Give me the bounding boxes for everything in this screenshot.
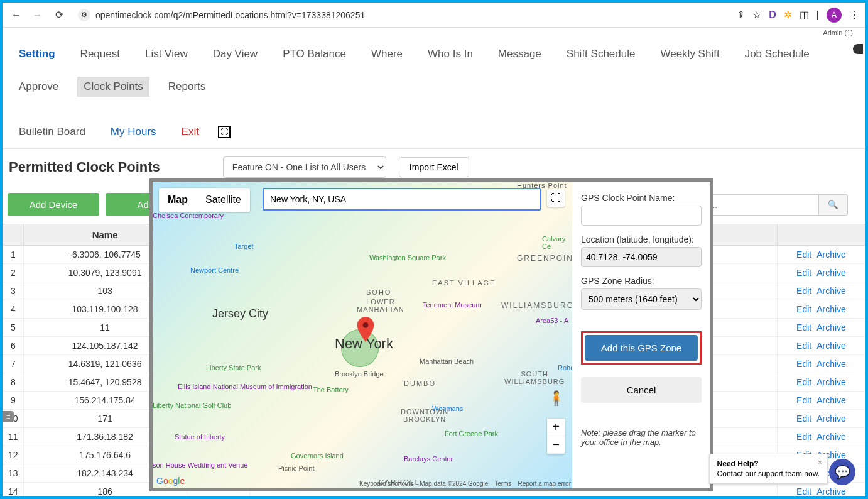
extension-d-icon[interactable]: D [769,9,776,21]
profile-avatar[interactable]: A [827,8,842,23]
archive-link[interactable]: Archive [816,432,846,442]
map-tab-satellite[interactable]: Satellite [197,188,250,212]
edit-link[interactable]: Edit [796,322,811,332]
row-number: 2 [3,264,24,282]
edit-link[interactable]: Edit [796,359,811,369]
map-search-input[interactable] [263,188,541,211]
row-actions: EditArchive [778,264,865,282]
radius-select[interactable]: 500 meters (1640 feet) [581,288,702,310]
share-icon[interactable]: ⇪ [737,9,745,21]
chat-bubble-icon[interactable]: 💬 [829,459,855,485]
extensions-icon[interactable]: ◫ [800,9,809,21]
archive-link[interactable]: Archive [816,414,846,424]
row-actions: EditArchive [778,246,865,264]
edit-link[interactable]: Edit [796,486,811,496]
map-label-dumbo: DUMBO [404,380,436,387]
row-number: 14 [3,483,24,497]
map-footer-kb[interactable]: Keyboard shortcuts [359,480,413,487]
nav-clockpoints[interactable]: Clock Points [77,77,149,97]
nav-exit[interactable]: Exit [175,122,205,142]
fullscreen-icon[interactable]: ⛶ [218,126,231,138]
edit-link[interactable]: Edit [796,250,811,260]
poi-wegmans: Wegmans [432,405,463,412]
nav-where[interactable]: Where [365,44,409,64]
archive-link[interactable]: Archive [816,286,846,296]
cancel-button[interactable]: Cancel [581,377,702,403]
map-area[interactable]: Map Satellite ⛶ New York Jersey City GRE… [153,182,572,488]
poi-ellis: Ellis Island National Museum of Immigrat… [178,383,312,390]
zoom-in-button[interactable]: + [547,419,565,436]
map-label-lowermanhattan: LOWER MANHATTAN [357,298,404,313]
edit-link[interactable]: Edit [796,304,811,314]
extension-sun-icon[interactable]: ✲ [784,9,792,21]
archive-link[interactable]: Archive [816,377,846,387]
archive-link[interactable]: Archive [816,268,846,278]
archive-link[interactable]: Archive [816,341,846,351]
nav-request[interactable]: Request [74,44,126,64]
street-view-icon[interactable]: 🧍 [548,390,565,407]
admin-indicator[interactable]: Admin (1) [3,28,865,38]
import-excel-button[interactable]: Import Excel [399,157,469,177]
side-tab-handle[interactable]: ≡ [3,411,14,422]
row-number: 1 [3,246,24,264]
nav-dayview[interactable]: Day View [207,44,264,64]
bookmark-icon[interactable]: ☆ [752,9,761,21]
archive-link[interactable]: Archive [816,304,846,314]
poi-barclays: Barclays Center [404,455,453,463]
edit-link[interactable]: Edit [796,395,811,405]
reload-button[interactable]: ⟳ [52,8,67,23]
search-button[interactable]: 🔍 [819,194,848,216]
edit-link[interactable]: Edit [796,377,811,387]
add-zone-highlight: Add this GPS Zone [581,331,702,365]
map-footer-report[interactable]: Report a map error [518,480,571,487]
add-device-button[interactable]: Add Device [8,193,99,216]
nav-reports[interactable]: Reports [162,77,212,97]
add-gps-zone-button[interactable]: Add this GPS Zone [585,335,698,361]
nav-myhours[interactable]: My Hours [104,122,163,142]
nav-weekly[interactable]: Weekly Shift [654,44,725,64]
side-indicator[interactable] [853,44,863,54]
poi-area53: Area53 - A [536,317,568,324]
poi-target: Target [234,243,254,250]
help-widget[interactable]: × Need Help? Contact our support team no… [709,454,828,484]
edit-link[interactable]: Edit [796,268,811,278]
site-info-icon[interactable]: ⚙ [78,9,90,21]
archive-link[interactable]: Archive [816,395,846,405]
edit-link[interactable]: Edit [796,414,811,424]
poi-tenement: Tenement Museum [423,301,482,309]
row-actions: EditArchive [778,392,865,410]
browser-toolbar: ← → ⟳ ⚙ opentimeclock.com/q2/mPermittedL… [3,3,865,28]
map-footer-terms[interactable]: Terms [494,480,511,487]
map-fullscreen-icon[interactable]: ⛶ [547,189,565,207]
help-close-icon[interactable]: × [818,458,822,467]
nav-jobschedule[interactable]: Job Schedule [739,44,816,64]
nav-setting[interactable]: Setting [13,44,62,64]
nav-shift[interactable]: Shift Schedule [560,44,642,64]
archive-link[interactable]: Archive [816,250,846,260]
nav-pto[interactable]: PTO Balance [276,44,352,64]
poi-wsp: Washington Square Park [369,254,446,261]
nav-whoisin[interactable]: Who Is In [421,44,479,64]
nav-listview[interactable]: List View [139,44,194,64]
row-number: 8 [3,373,24,392]
nav-message[interactable]: Message [492,44,548,64]
back-button[interactable]: ← [9,8,24,23]
archive-link[interactable]: Archive [816,486,846,496]
menu-icon[interactable]: ⋮ [849,9,859,21]
archive-link[interactable]: Archive [816,359,846,369]
zoom-out-button[interactable]: − [547,436,565,454]
main-nav: Setting Request List View Day View PTO B… [3,38,865,149]
archive-link[interactable]: Archive [816,322,846,332]
edit-link[interactable]: Edit [796,286,811,296]
address-bar[interactable]: ⚙ opentimeclock.com/q2/mPermittedLocatio… [73,9,730,21]
nav-bulletin[interactable]: Bulletin Board [13,122,92,142]
gps-name-input[interactable] [581,206,702,226]
edit-link[interactable]: Edit [796,341,811,351]
edit-link[interactable]: Edit [796,432,811,442]
row-actions: EditArchive [778,300,865,319]
nav-approve[interactable]: Approve [13,77,65,97]
feature-select[interactable]: Feature ON - One List to All Users [223,156,386,178]
map-tab-map[interactable]: Map [159,188,197,212]
forward-button[interactable]: → [30,8,45,23]
row-actions: EditArchive [778,355,865,373]
